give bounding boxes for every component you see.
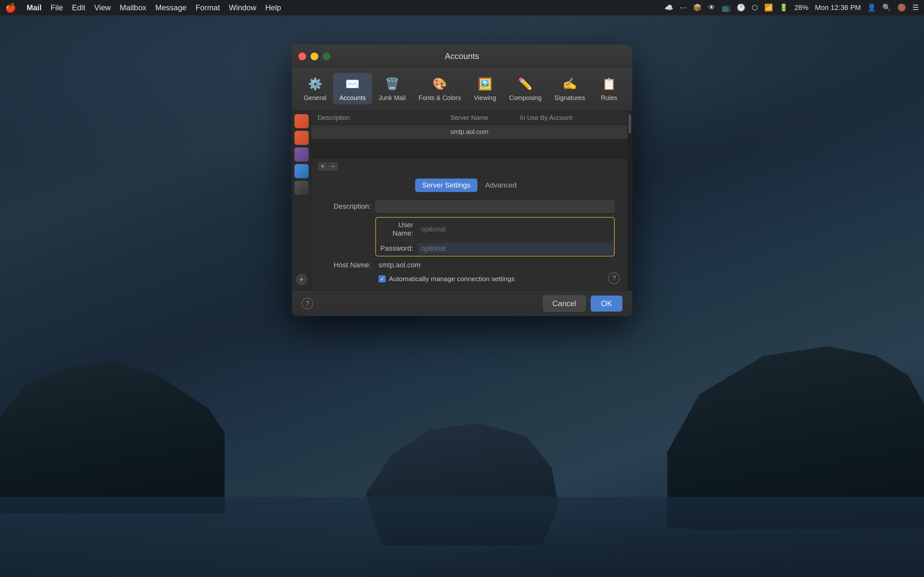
menubar-window[interactable]: Window bbox=[229, 3, 256, 12]
toolbar-item-signatures[interactable]: ✍️ Signatures bbox=[548, 73, 591, 104]
server-row[interactable]: smtp.aol.com bbox=[311, 125, 628, 139]
rules-label: Rules bbox=[601, 94, 617, 102]
accounts-window: Accounts ⚙️ General ✉️ Accounts 🗑️ Junk … bbox=[292, 45, 632, 316]
titlebar: Accounts bbox=[292, 45, 632, 68]
toolbar-item-rules[interactable]: 📋 Rules bbox=[591, 73, 627, 104]
airplay-icon: 📺 bbox=[722, 3, 730, 12]
sidebar-account-4[interactable] bbox=[294, 164, 309, 178]
junk-icon: 🗑️ bbox=[384, 76, 401, 92]
clock: Mon 12:36 PM bbox=[815, 3, 861, 12]
bluetooth-icon: ⬡ bbox=[752, 3, 758, 12]
menubar-help[interactable]: Help bbox=[265, 3, 281, 12]
tab-advanced[interactable]: Advanced bbox=[478, 179, 523, 192]
content-area: + Description Server Name In Use By Acco… bbox=[292, 111, 632, 290]
server-description bbox=[318, 128, 419, 135]
timemachine-icon: 🕐 bbox=[737, 3, 745, 12]
menubar-edit[interactable]: Edit bbox=[72, 3, 85, 12]
servers-header: Description Server Name In Use By Accoun… bbox=[311, 111, 628, 125]
auto-manage-checkbox[interactable]: ✓ bbox=[379, 276, 386, 282]
dots-icon: ⋯ bbox=[680, 3, 687, 12]
toolbar-item-general[interactable]: ⚙️ General bbox=[297, 73, 333, 104]
accounts-icon: ✉️ bbox=[344, 76, 361, 92]
accounts-sidebar: + bbox=[292, 111, 311, 290]
servers-empty-area bbox=[311, 139, 628, 159]
composing-icon: ✏️ bbox=[517, 76, 533, 92]
accounts-label: Accounts bbox=[339, 94, 366, 102]
menubar-left: 🍎 Mail File Edit View Mailbox Message Fo… bbox=[5, 3, 281, 13]
close-button[interactable] bbox=[298, 53, 306, 60]
col-description: Description bbox=[318, 114, 419, 121]
wifi-icon: 📶 bbox=[764, 3, 773, 12]
toolbar-item-accounts[interactable]: ✉️ Accounts bbox=[333, 73, 372, 104]
icloud-icon: ☁️ bbox=[664, 3, 673, 12]
list-icon: ☰ bbox=[913, 3, 919, 12]
signatures-icon: ✍️ bbox=[561, 76, 578, 92]
minimize-button[interactable] bbox=[310, 53, 318, 60]
apple-menu[interactable]: 🍎 bbox=[5, 3, 16, 13]
fonts-label: Fonts & Colors bbox=[418, 94, 461, 102]
sidebar-add-account[interactable]: + bbox=[296, 274, 307, 285]
junk-label: Junk Mail bbox=[379, 94, 405, 102]
menubar: 🍎 Mail File Edit View Mailbox Message Fo… bbox=[0, 0, 924, 15]
add-server-button[interactable]: + bbox=[318, 162, 328, 171]
menubar-view[interactable]: View bbox=[94, 3, 111, 12]
col-server-name: Server Name bbox=[419, 114, 520, 121]
menubar-format[interactable]: Format bbox=[195, 3, 220, 12]
water bbox=[0, 497, 924, 577]
remove-server-button[interactable]: − bbox=[328, 162, 338, 171]
general-icon: ⚙️ bbox=[307, 76, 323, 92]
bottom-help-button[interactable]: ? bbox=[302, 298, 313, 309]
credentials-form-row: User Name: Password: bbox=[324, 217, 615, 256]
scrollbar-thumb[interactable] bbox=[628, 114, 631, 133]
username-row: User Name: bbox=[376, 218, 614, 241]
form-area: Description: User Name: Password: bbox=[311, 197, 628, 290]
viewing-label: Viewing bbox=[474, 94, 496, 102]
server-in-use bbox=[520, 128, 621, 135]
signatures-label: Signatures bbox=[554, 94, 585, 102]
username-input[interactable] bbox=[418, 223, 614, 235]
password-input[interactable] bbox=[418, 243, 614, 254]
main-panel: Description Server Name In Use By Accoun… bbox=[311, 111, 628, 290]
fonts-icon: 🎨 bbox=[431, 76, 448, 92]
tab-server-settings[interactable]: Server Settings bbox=[415, 179, 477, 192]
tab-bar: Server Settings Advanced bbox=[311, 174, 628, 197]
panel-help-button[interactable]: ? bbox=[608, 272, 620, 284]
search-icon[interactable]: 🔍 bbox=[882, 3, 891, 12]
sidebar-account-1[interactable] bbox=[294, 114, 309, 128]
bottom-bar: ? Cancel OK bbox=[292, 290, 632, 316]
dropbox-icon: 📦 bbox=[693, 3, 702, 12]
composing-label: Composing bbox=[509, 94, 541, 102]
toolbar-item-junk[interactable]: 🗑️ Junk Mail bbox=[372, 73, 412, 104]
eyeball-icon: 👁 bbox=[708, 3, 715, 12]
menubar-app-name[interactable]: Mail bbox=[27, 3, 42, 12]
window-title: Accounts bbox=[445, 51, 479, 61]
avatar-icon: 🟤 bbox=[897, 3, 906, 12]
menubar-right: ☁️ ⋯ 📦 👁 📺 🕐 ⬡ 📶 🔋 28% Mon 12:36 PM 👤 🔍 … bbox=[664, 3, 919, 12]
toolbar-item-composing[interactable]: ✏️ Composing bbox=[503, 73, 548, 104]
toolbar-item-fonts[interactable]: 🎨 Fonts & Colors bbox=[412, 73, 467, 104]
viewing-icon: 🖼️ bbox=[477, 76, 493, 92]
ok-button[interactable]: OK bbox=[591, 295, 622, 311]
sidebar-account-5[interactable] bbox=[294, 181, 309, 195]
sidebar-account-2[interactable] bbox=[294, 131, 309, 145]
list-controls: + − bbox=[311, 159, 628, 174]
hostname-row: Host Name: smtp.aol.com bbox=[324, 261, 615, 269]
menubar-message[interactable]: Message bbox=[155, 3, 186, 12]
col-in-use: In Use By Account bbox=[520, 114, 621, 121]
description-label: Description: bbox=[324, 202, 375, 211]
cancel-button[interactable]: Cancel bbox=[543, 295, 586, 311]
general-label: General bbox=[304, 94, 326, 102]
user-icon: 👤 bbox=[867, 3, 876, 12]
credentials-box: User Name: Password: bbox=[375, 217, 615, 256]
maximize-button[interactable] bbox=[323, 53, 330, 60]
menubar-file[interactable]: File bbox=[51, 3, 63, 12]
hostname-value: smtp.aol.com bbox=[375, 261, 615, 269]
auto-manage-label: Automatically manage connection settings bbox=[389, 275, 515, 283]
battery-icon: 🔋 bbox=[779, 3, 788, 12]
password-row: Password: bbox=[376, 241, 614, 256]
toolbar-item-viewing[interactable]: 🖼️ Viewing bbox=[467, 73, 503, 104]
description-input[interactable] bbox=[375, 200, 615, 213]
sidebar-account-3[interactable] bbox=[294, 147, 309, 161]
toolbar: ⚙️ General ✉️ Accounts 🗑️ Junk Mail 🎨 Fo… bbox=[292, 68, 632, 111]
menubar-mailbox[interactable]: Mailbox bbox=[120, 3, 146, 12]
